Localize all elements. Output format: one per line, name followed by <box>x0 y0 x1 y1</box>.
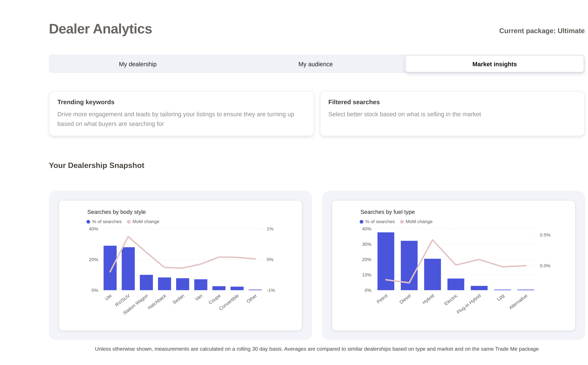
svg-text:-1%: -1% <box>267 288 275 293</box>
tab-market-insights[interactable]: Market insights <box>405 55 584 72</box>
svg-text:Alternative: Alternative <box>508 293 528 310</box>
svg-text:Convertible: Convertible <box>218 293 240 311</box>
searches-legend-dot <box>87 220 90 223</box>
page-title: Dealer Analytics <box>49 21 152 37</box>
trending-keywords-card[interactable]: Trending keywords Drive more engagement … <box>49 91 314 136</box>
tab-my-dealership[interactable]: My dealership <box>49 55 227 73</box>
card-description-filtered-searches: Select better stock based on what is sel… <box>328 109 576 119</box>
fuel-type-chart-card: Searches by fuel type % of searches MoM … <box>332 201 575 330</box>
chart-title-body-style: Searches by body style <box>87 209 302 215</box>
searches-legend-dot <box>360 220 363 223</box>
chart-title-fuel-type: Searches by fuel type <box>360 209 575 215</box>
tab-my-audience[interactable]: My audience <box>227 55 405 73</box>
svg-text:Hatchback: Hatchback <box>147 293 167 310</box>
chart-legend-fuel-type: % of searches MoM change <box>360 219 575 224</box>
svg-text:Plug-in Hybrid: Plug-in Hybrid <box>456 293 482 315</box>
legend-label-searches: % of searches <box>92 219 122 224</box>
svg-text:1%: 1% <box>267 226 273 231</box>
svg-text:0%: 0% <box>365 288 371 293</box>
tab-bar: My dealership My audience Market insight… <box>49 55 585 73</box>
current-package-label: Current package: Ultimate <box>499 27 585 37</box>
svg-text:Van: Van <box>194 293 203 302</box>
svg-text:40%: 40% <box>89 226 98 231</box>
svg-text:RV/SUV: RV/SUV <box>114 293 131 308</box>
svg-text:Petrol: Petrol <box>376 293 388 304</box>
svg-text:0%: 0% <box>267 257 273 262</box>
svg-text:0%: 0% <box>92 288 98 293</box>
svg-text:Electric: Electric <box>443 293 458 306</box>
svg-text:Coupe: Coupe <box>208 293 222 305</box>
fuel-type-panel: Searches by fuel type % of searches MoM … <box>322 191 585 340</box>
card-title-filtered-searches: Filtered searches <box>328 98 576 106</box>
info-cards-row: Trending keywords Drive more engagement … <box>49 91 585 136</box>
legend-label-searches: % of searches <box>365 219 395 224</box>
svg-text:30%: 30% <box>362 242 371 247</box>
scale-wrapper: Dealer Analytics Current package: Ultima… <box>0 0 588 365</box>
svg-text:0.5%: 0.5% <box>540 232 551 238</box>
body-style-chart[interactable]: 40%20%0%1%0%-1%UteRV/SUVStation WagonHat… <box>59 225 302 322</box>
svg-text:10%: 10% <box>362 272 371 277</box>
body-style-panel: Searches by body style % of searches MoM… <box>49 191 312 340</box>
disclaimer-text: Unless otherwise shown, measurements are… <box>49 346 585 352</box>
filtered-searches-card[interactable]: Filtered searches Select better stock ba… <box>320 91 585 136</box>
mom-change-legend-dot <box>127 220 131 223</box>
legend-label-mom-change: MoM change <box>132 219 159 224</box>
svg-text:20%: 20% <box>362 257 371 262</box>
svg-text:Diesel: Diesel <box>399 293 412 305</box>
svg-text:0.0%: 0.0% <box>540 263 551 268</box>
svg-text:40%: 40% <box>362 226 371 231</box>
svg-text:Other: Other <box>246 293 258 304</box>
charts-row: Searches by body style % of searches MoM… <box>49 191 585 340</box>
svg-text:Lpg: Lpg <box>496 293 505 302</box>
card-title-trending-keywords: Trending keywords <box>57 98 305 106</box>
body-style-chart-card: Searches by body style % of searches MoM… <box>59 201 302 330</box>
chart-legend-body-style: % of searches MoM change <box>87 219 302 224</box>
svg-text:Ute: Ute <box>104 293 113 302</box>
svg-text:Hybrid: Hybrid <box>421 293 435 305</box>
svg-text:20%: 20% <box>89 257 98 262</box>
page-header: Dealer Analytics Current package: Ultima… <box>49 0 585 37</box>
legend-label-mom-change: MoM change <box>406 219 433 224</box>
svg-text:Sedan: Sedan <box>171 293 185 305</box>
section-heading: Your Dealership Snapshot <box>49 161 585 170</box>
mom-change-legend-dot <box>400 220 404 223</box>
dealer-analytics-page: Dealer Analytics Current package: Ultima… <box>0 0 588 352</box>
fuel-type-chart[interactable]: 40%30%20%10%0%0.5%0.0%PetrolDieselHybrid… <box>332 225 575 322</box>
card-description-trending-keywords: Drive more engagement and leads by tailo… <box>57 109 305 129</box>
